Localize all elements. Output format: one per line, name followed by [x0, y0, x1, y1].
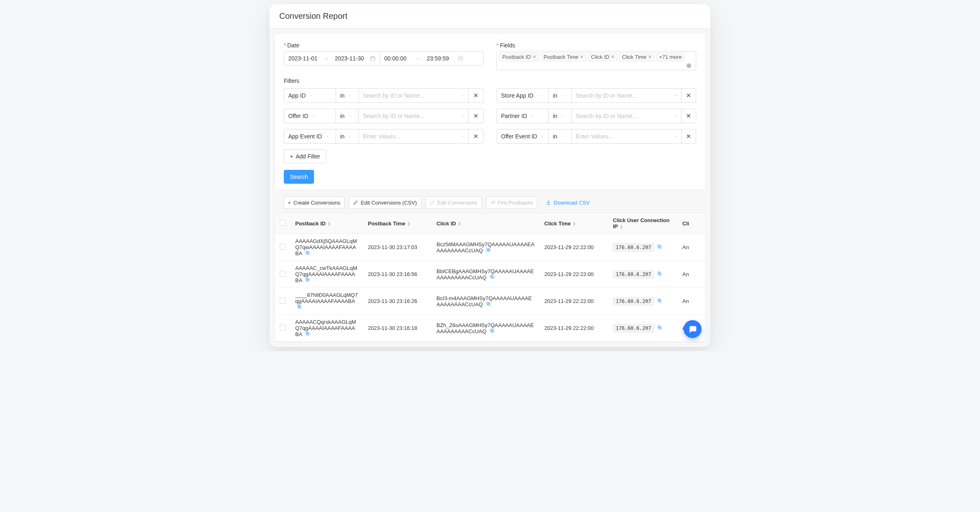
chevron-down-icon — [461, 114, 465, 118]
time-end-input[interactable] — [423, 51, 456, 65]
close-icon[interactable]: ✕ — [580, 54, 584, 60]
row-checkbox[interactable] — [280, 325, 286, 331]
close-icon[interactable]: ✕ — [611, 54, 615, 60]
sort-icon[interactable]: ▲▼ — [407, 221, 411, 226]
svg-rect-0 — [371, 57, 375, 60]
remove-filter-button[interactable]: ✕ — [682, 88, 696, 103]
row-checkbox[interactable] — [280, 244, 286, 250]
time-start-input[interactable] — [380, 51, 414, 65]
chevron-down-icon — [309, 93, 313, 98]
chat-icon — [688, 325, 697, 334]
cell-postback-time: 2023-11-30 23:16:56 — [363, 261, 432, 288]
filter-value-input[interactable]: Search by ID or Name... — [359, 88, 469, 103]
cell-click-id: BcI3-m4AAAGMHSy7QAAAAAUAAAAEAAAAAAAACcUA… — [432, 288, 539, 315]
edit-conversions-csv-button[interactable]: Edit Conversions (CSV) — [349, 196, 421, 209]
field-tag: Click ID✕ — [588, 53, 617, 61]
filter-field-select[interactable]: App Event ID — [284, 129, 336, 144]
page-title: Conversion Report — [279, 11, 701, 21]
sort-icon[interactable]: ▲▼ — [572, 221, 576, 226]
filter-field-select[interactable]: App ID — [284, 88, 336, 103]
cell-postback-id: AAAAAC_cwTkAAAGLqMQ7qgAAAAIAAAAFAAAABA — [290, 261, 363, 288]
copy-icon[interactable] — [657, 271, 662, 276]
column-header: Click User Connection IP▲▼ — [608, 213, 677, 234]
sort-icon[interactable]: ▲▼ — [619, 225, 623, 229]
cell-postback-time: 2023-11-30 23:16:26 — [363, 288, 432, 315]
close-icon: ✕ — [686, 92, 691, 99]
svg-point-5 — [686, 63, 691, 68]
filter-operator-select[interactable]: in — [336, 88, 359, 103]
copy-icon[interactable] — [657, 298, 662, 303]
select-all-checkbox[interactable] — [280, 220, 286, 226]
download-csv-link[interactable]: Download CSV — [541, 196, 594, 209]
create-conversions-button[interactable]: + Create Conversions — [283, 196, 345, 209]
date-start-input[interactable] — [284, 51, 322, 65]
filter-operator-select[interactable]: in — [549, 109, 572, 123]
copy-icon[interactable] — [657, 325, 662, 330]
sort-icon[interactable]: ▲▼ — [327, 221, 331, 226]
copy-icon[interactable] — [305, 250, 310, 255]
copy-icon[interactable] — [305, 331, 310, 336]
chat-widget-button[interactable] — [684, 320, 702, 338]
row-checkbox[interactable] — [280, 298, 286, 304]
filter-value-input[interactable]: Search by ID or Name... — [572, 109, 682, 123]
copy-icon[interactable] — [297, 304, 302, 309]
remove-filter-button[interactable]: ✕ — [682, 109, 696, 123]
pencil-icon — [353, 200, 358, 205]
date-range-picker[interactable]: → → — [284, 51, 483, 66]
filter-operator-select[interactable]: in — [336, 129, 359, 144]
filter-field-select[interactable]: Offer Event ID — [497, 129, 549, 144]
copy-icon[interactable] — [486, 247, 491, 252]
filters-label: Filters — [284, 78, 696, 84]
chevron-down-icon — [540, 134, 544, 138]
cell-click-time: 2023-11-29 22:22:00 — [539, 261, 608, 288]
close-icon: ✕ — [473, 92, 479, 99]
date-label: *Date — [284, 42, 483, 49]
chevron-down-icon — [312, 114, 316, 118]
filter-group: Offer ID in Search by ID or Name... ✕ — [284, 109, 483, 123]
filter-value-input[interactable]: Search by ID or Name... — [359, 109, 469, 123]
sort-icon[interactable]: ▲▼ — [458, 221, 461, 226]
remove-filter-button[interactable]: ✕ — [682, 129, 696, 144]
fire-postbacks-button: Fire Postbacks — [486, 196, 537, 209]
row-checkbox[interactable] — [280, 271, 286, 277]
filter-field-select[interactable]: Store App ID — [497, 88, 549, 103]
cell-last: An — [677, 261, 705, 288]
clear-icon[interactable] — [684, 63, 693, 69]
chevron-down-icon — [674, 93, 678, 98]
copy-icon[interactable] — [305, 277, 310, 282]
cell-last: An — [677, 234, 705, 261]
cell-ip: 176.60.6.207 — [608, 288, 677, 315]
copy-icon[interactable] — [657, 244, 662, 249]
column-header: Postback ID▲▼ — [290, 213, 363, 234]
search-button[interactable]: Search — [284, 170, 314, 184]
fields-select[interactable]: Postback ID✕ Postback Time✕ Click ID✕ Cl… — [497, 51, 696, 70]
field-tag-more[interactable]: +71 more — [656, 53, 684, 61]
date-end-input[interactable] — [331, 51, 368, 65]
filter-field-select[interactable]: Offer ID — [284, 109, 336, 123]
filter-field-select[interactable]: Partner ID — [497, 109, 549, 123]
chevron-down-icon — [348, 134, 352, 138]
filter-value-input[interactable]: Search by ID or Name... — [572, 88, 682, 103]
filter-value-input[interactable]: Enter Values... — [359, 129, 469, 144]
conversions-table: Postback ID▲▼ Postback Time▲▼ Click ID▲▼… — [275, 213, 705, 342]
copy-icon[interactable] — [490, 328, 494, 333]
copy-icon[interactable] — [490, 274, 494, 279]
filter-value-input[interactable]: Enter Values... — [572, 129, 682, 144]
chevron-down-icon — [530, 114, 535, 118]
close-icon[interactable]: ✕ — [648, 54, 652, 60]
cell-click-id: Bcz5itMAAAGMHSy7QAAAAAUAAAAEAAAAAAAAACcU… — [432, 234, 539, 261]
close-icon[interactable]: ✕ — [532, 54, 536, 60]
cell-ip: 176.60.6.207 — [608, 234, 677, 261]
arrow-right-icon: → — [322, 55, 331, 62]
remove-filter-button[interactable]: ✕ — [469, 109, 483, 123]
cell-postback-time: 2023-11-30 23:16:18 — [363, 315, 432, 342]
remove-filter-button[interactable]: ✕ — [469, 129, 483, 144]
remove-filter-button[interactable]: ✕ — [469, 88, 483, 103]
filter-operator-select[interactable]: in — [549, 88, 572, 103]
cell-ip: 176.60.6.207 — [608, 261, 677, 288]
copy-icon[interactable] — [486, 301, 491, 306]
close-icon: ✕ — [473, 112, 479, 120]
filter-operator-select[interactable]: in — [336, 109, 359, 123]
filter-operator-select[interactable]: in — [549, 129, 572, 144]
add-filter-button[interactable]: + Add Filter — [284, 149, 326, 163]
